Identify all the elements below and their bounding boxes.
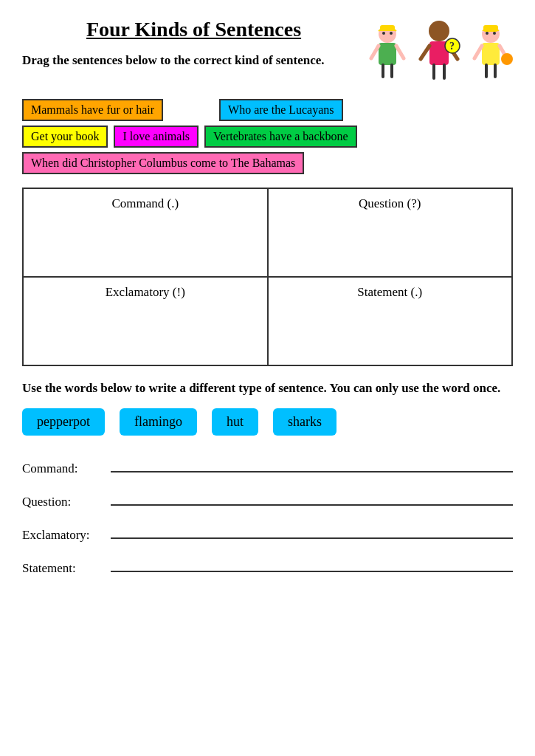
drag-row-1: Mammals have fur or hair Who are the Luc… xyxy=(22,99,513,121)
svg-point-24 xyxy=(486,32,489,35)
svg-point-9 xyxy=(429,21,449,41)
grid-row-top: Command (.) Question (?) xyxy=(23,188,512,277)
instruction1: Drag the sentences below to the correct … xyxy=(22,52,362,70)
cell-label-command: Command (.) xyxy=(34,196,257,211)
svg-line-19 xyxy=(474,46,482,58)
fill-label-command: Command: xyxy=(22,461,111,476)
grid-cell-command[interactable]: Command (.) xyxy=(23,188,268,277)
drag-item-columbus[interactable]: When did Christopher Columbus come to Th… xyxy=(22,152,304,174)
drag-row-3: When did Christopher Columbus come to Th… xyxy=(22,152,513,174)
drag-area: Mammals have fur or hair Who are the Luc… xyxy=(22,99,513,174)
fill-input-question[interactable] xyxy=(111,489,513,506)
cell-label-question: Question (?) xyxy=(279,196,502,211)
cartoon-svg: ? xyxy=(365,18,513,92)
word-tag-sharks[interactable]: sharks xyxy=(273,408,336,436)
header-area: Four Kinds of Sentences Drag the sentenc… xyxy=(22,18,513,92)
fill-line-question: Question: xyxy=(22,489,513,509)
svg-line-2 xyxy=(371,46,379,58)
cartoon-figures: ? xyxy=(365,18,513,92)
word-tag-flamingo[interactable]: flamingo xyxy=(120,408,197,436)
page-title: Four Kinds of Sentences xyxy=(22,18,365,41)
word-tag-hut[interactable]: hut xyxy=(212,408,258,436)
grid-cell-exclamatory[interactable]: Exclamatory (!) xyxy=(23,277,268,365)
svg-line-11 xyxy=(421,46,429,59)
header-left: Four Kinds of Sentences Drag the sentenc… xyxy=(22,18,365,80)
drag-item-book[interactable]: Get your book xyxy=(22,126,108,148)
svg-point-25 xyxy=(493,32,496,35)
fill-label-statement: Statement: xyxy=(22,561,111,576)
svg-rect-6 xyxy=(380,25,395,31)
fill-label-question: Question: xyxy=(22,495,111,509)
svg-point-7 xyxy=(382,32,385,35)
cell-label-exclamatory: Exclamatory (!) xyxy=(34,285,257,300)
sentence-grid: Command (.) Question (?) Exclamatory (!)… xyxy=(22,188,513,366)
svg-line-3 xyxy=(396,46,404,58)
drag-row-2: Get your book I love animals Vertebrates… xyxy=(22,126,513,148)
grid-cell-statement[interactable]: Statement (.) xyxy=(268,277,513,365)
svg-rect-23 xyxy=(483,25,498,32)
drag-item-vertebrates[interactable]: Vertebrates have a backbone xyxy=(204,126,357,148)
drag-item-mammals[interactable]: Mammals have fur or hair xyxy=(22,99,163,121)
fill-line-command: Command: xyxy=(22,456,513,476)
svg-point-8 xyxy=(390,32,393,35)
fill-input-exclamatory[interactable] xyxy=(111,523,513,539)
svg-point-26 xyxy=(501,53,513,65)
fill-label-exclamatory: Exclamatory: xyxy=(22,528,111,543)
grid-row-bottom: Exclamatory (!) Statement (.) xyxy=(23,277,512,365)
grid-cell-question[interactable]: Question (?) xyxy=(268,188,513,277)
drag-item-animals[interactable]: I love animals xyxy=(114,126,199,148)
fill-line-statement: Statement: xyxy=(22,556,513,576)
drag-item-lucayans[interactable]: Who are the Lucayans xyxy=(219,99,342,121)
svg-text:?: ? xyxy=(449,41,455,52)
fill-line-exclamatory: Exclamatory: xyxy=(22,523,513,543)
fill-lines-area: Command: Question: Exclamatory: Statemen… xyxy=(22,456,513,576)
instruction2: Use the words below to write a different… xyxy=(22,379,513,398)
svg-rect-1 xyxy=(379,43,396,65)
svg-rect-18 xyxy=(482,43,500,65)
fill-input-statement[interactable] xyxy=(111,556,513,572)
word-tag-pepperpot[interactable]: pepperpot xyxy=(22,408,105,436)
fill-input-command[interactable] xyxy=(111,456,513,472)
cell-label-statement: Statement (.) xyxy=(279,285,502,300)
word-tags-area: pepperpot flamingo hut sharks xyxy=(22,408,513,436)
